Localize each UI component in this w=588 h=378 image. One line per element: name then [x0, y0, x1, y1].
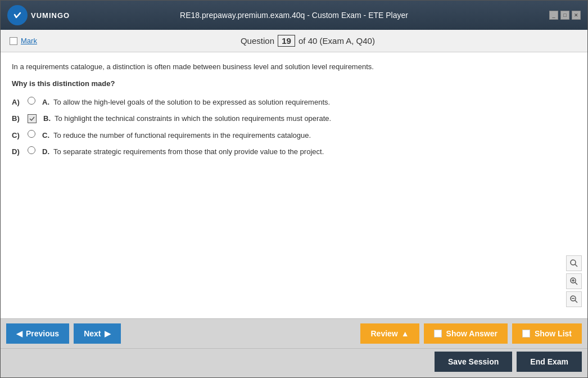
- option-d-radio[interactable]: [28, 146, 35, 154]
- svg-point-0: [571, 260, 576, 265]
- restore-button[interactable]: □: [560, 11, 569, 20]
- next-label: Next: [84, 329, 101, 338]
- header-bar: Mark Question 19 of 40 (Exam A, Q40): [1, 30, 587, 52]
- next-button[interactable]: Next ▶: [74, 323, 120, 344]
- mark-area: Mark: [10, 37, 37, 45]
- option-a-prefix: A): [12, 97, 23, 108]
- save-session-label: Save Session: [448, 357, 499, 366]
- option-a-radio[interactable]: [28, 97, 35, 105]
- content-area: In a requirements catalogue, a distincti…: [1, 52, 587, 318]
- end-exam-label: End Exam: [530, 357, 568, 366]
- end-exam-button[interactable]: End Exam: [517, 352, 582, 372]
- option-c-prefix: C): [12, 130, 23, 141]
- title-bar: VUMINGO RE18.prepaway.premium.exam.40q -…: [1, 1, 587, 30]
- bottom-row2: Save Session End Exam: [1, 348, 587, 374]
- zoom-in-button[interactable]: [566, 273, 582, 289]
- svg-line-3: [575, 282, 577, 285]
- option-d-label: D. To separate strategic requirements fr…: [42, 146, 324, 158]
- window-title: RE18.prepaway.premium.exam.40q - Custom …: [180, 11, 408, 20]
- show-list-checkbox-icon: [522, 330, 530, 338]
- zoom-out-button[interactable]: [566, 291, 582, 307]
- show-list-button[interactable]: Show List: [512, 323, 582, 344]
- mark-label[interactable]: Mark: [21, 37, 37, 45]
- option-b[interactable]: B) B. To highlight the technical constra…: [12, 113, 576, 124]
- show-answer-checkbox-icon: [434, 330, 442, 338]
- mark-checkbox[interactable]: [10, 37, 17, 45]
- option-a[interactable]: A) A. To allow the high-level goals of t…: [12, 97, 576, 108]
- search-tool-button[interactable]: [566, 255, 582, 271]
- question-number: 19: [278, 35, 295, 47]
- app-window: VUMINGO RE18.prepaway.premium.exam.40q -…: [0, 0, 588, 378]
- previous-button[interactable]: ◀ Previous: [6, 323, 69, 344]
- logo-area: VUMINGO: [7, 5, 70, 25]
- next-arrow-icon: ▶: [105, 329, 111, 338]
- show-answer-label: Show Answer: [446, 329, 497, 338]
- previous-label: Previous: [26, 329, 59, 338]
- close-button[interactable]: ✕: [572, 11, 581, 20]
- option-a-label: A. To allow the high-level goals of the …: [42, 97, 330, 108]
- question-total: of 40 (Exam A, Q40): [298, 36, 375, 46]
- option-b-prefix: B): [12, 113, 23, 124]
- svg-line-1: [575, 264, 577, 267]
- logo-text: VUMINGO: [31, 11, 70, 20]
- sidebar-tools: [566, 255, 582, 307]
- option-c-radio[interactable]: [28, 130, 35, 138]
- save-session-button[interactable]: Save Session: [435, 352, 512, 372]
- review-label: Review: [370, 329, 397, 338]
- svg-line-7: [575, 300, 577, 303]
- logo-icon: [7, 5, 28, 25]
- option-c-label: C. To reduce the number of functional re…: [42, 130, 311, 141]
- bottom-row1: ◀ Previous Next ▶ Review ▲ Show Answer S…: [1, 319, 587, 348]
- review-dropdown-icon: ▲: [401, 329, 409, 338]
- review-button[interactable]: Review ▲: [360, 323, 419, 344]
- option-d-prefix: D): [12, 146, 23, 158]
- window-controls: _ □ ✕: [549, 11, 581, 20]
- option-b-checkbox[interactable]: [28, 114, 37, 123]
- option-d[interactable]: D) D. To separate strategic requirements…: [12, 146, 576, 158]
- answer-options: A) A. To allow the high-level goals of t…: [12, 97, 576, 158]
- bottom-bar: ◀ Previous Next ▶ Review ▲ Show Answer S…: [1, 318, 587, 377]
- option-b-label: B. To highlight the technical constraint…: [43, 113, 331, 124]
- minimize-button[interactable]: _: [549, 11, 558, 20]
- show-list-label: Show List: [535, 329, 572, 338]
- previous-arrow-icon: ◀: [16, 329, 22, 338]
- option-c[interactable]: C) C. To reduce the number of functional…: [12, 130, 576, 141]
- question-text: In a requirements catalogue, a distincti…: [12, 61, 576, 73]
- question-label: Question: [241, 36, 274, 46]
- question-info: Question 19 of 40 (Exam A, Q40): [241, 35, 375, 47]
- question-subtext: Why is this distinction made?: [12, 79, 576, 88]
- show-answer-button[interactable]: Show Answer: [424, 323, 508, 344]
